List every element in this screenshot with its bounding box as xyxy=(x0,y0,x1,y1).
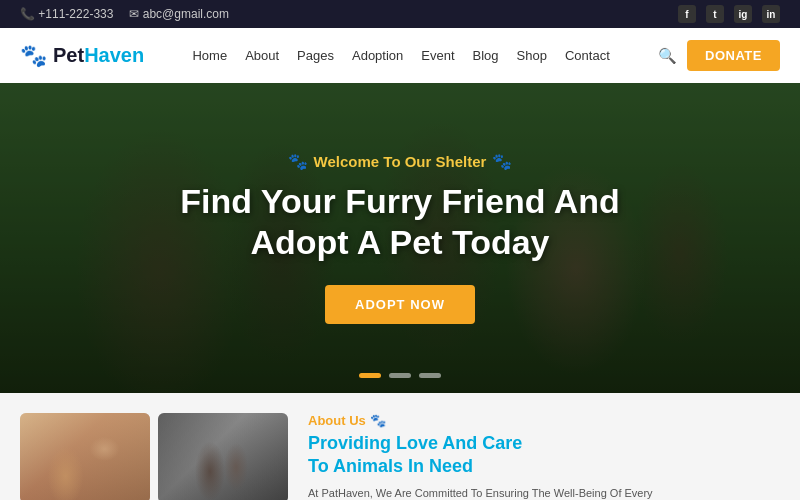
nav-links: Home About Pages Adoption Event Blog Sho… xyxy=(192,48,609,63)
hero-title: Find Your Furry Friend And Adopt A Pet T… xyxy=(180,181,619,263)
nav-adoption[interactable]: Adoption xyxy=(352,48,403,63)
dot-2[interactable] xyxy=(389,373,411,378)
below-hero-section: About Us 🐾 Providing Love And Care To An… xyxy=(0,393,800,500)
phone-icon: 📞 xyxy=(20,7,35,21)
logo[interactable]: 🐾 PetHaven xyxy=(20,43,144,69)
top-bar: 📞 +111-222-333 ✉ abc@gmail.com f t ig in xyxy=(0,0,800,28)
about-photo-2 xyxy=(158,413,288,500)
about-photo-1 xyxy=(20,413,150,500)
nav-right: 🔍 DONATE xyxy=(658,40,780,71)
top-bar-left: 📞 +111-222-333 ✉ abc@gmail.com xyxy=(20,7,229,21)
dot-1[interactable] xyxy=(359,373,381,378)
nav-contact[interactable]: Contact xyxy=(565,48,610,63)
instagram-icon[interactable]: ig xyxy=(734,5,752,23)
hero-content: 🐾 Welcome To Our Shelter 🐾 Find Your Fur… xyxy=(160,132,639,344)
about-paw-icon: 🐾 xyxy=(370,413,386,428)
about-subtitle: About Us 🐾 xyxy=(308,413,780,428)
logo-text: PetHaven xyxy=(53,44,144,67)
about-photos xyxy=(20,413,288,483)
nav-about[interactable]: About xyxy=(245,48,279,63)
about-body: At PatHaven, We Are Committed To Ensurin… xyxy=(308,485,780,500)
nav-blog[interactable]: Blog xyxy=(473,48,499,63)
navbar: 🐾 PetHaven Home About Pages Adoption Eve… xyxy=(0,28,800,83)
email-contact: ✉ abc@gmail.com xyxy=(129,7,229,21)
hero-carousel-dots xyxy=(359,373,441,378)
twitter-icon[interactable]: t xyxy=(706,5,724,23)
email-icon: ✉ xyxy=(129,7,139,21)
hero-subtitle: 🐾 Welcome To Our Shelter 🐾 xyxy=(180,152,619,171)
logo-paw-icon: 🐾 xyxy=(20,43,47,69)
about-text-col: About Us 🐾 Providing Love And Care To An… xyxy=(308,413,780,483)
adopt-now-button[interactable]: ADOPT NOW xyxy=(325,285,475,324)
paw-right-icon: 🐾 xyxy=(492,152,512,171)
nav-pages[interactable]: Pages xyxy=(297,48,334,63)
dot-3[interactable] xyxy=(419,373,441,378)
linkedin-icon[interactable]: in xyxy=(762,5,780,23)
paw-left-icon: 🐾 xyxy=(288,152,308,171)
hero-section: 🐾 Welcome To Our Shelter 🐾 Find Your Fur… xyxy=(0,83,800,393)
donate-button[interactable]: DONATE xyxy=(687,40,780,71)
phone-contact: 📞 +111-222-333 xyxy=(20,7,113,21)
about-title: Providing Love And Care To Animals In Ne… xyxy=(308,432,780,479)
facebook-icon[interactable]: f xyxy=(678,5,696,23)
nav-shop[interactable]: Shop xyxy=(517,48,547,63)
nav-home[interactable]: Home xyxy=(192,48,227,63)
search-icon[interactable]: 🔍 xyxy=(658,47,677,65)
social-links: f t ig in xyxy=(678,5,780,23)
nav-event[interactable]: Event xyxy=(421,48,454,63)
